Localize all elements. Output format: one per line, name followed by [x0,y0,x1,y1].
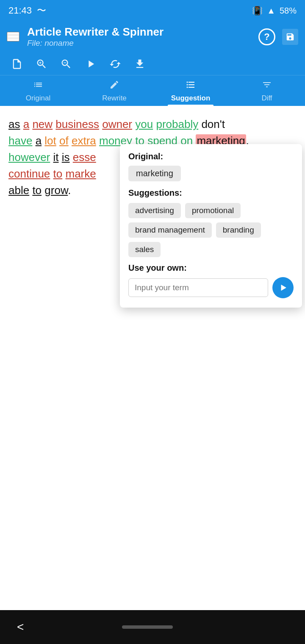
bottom-nav: < [0,610,305,644]
tab-rewrite-label: Rewrite [102,94,127,103]
help-button[interactable]: ? [258,28,275,45]
tab-suggestion-label: Suggestion [171,94,211,103]
use-own-input[interactable] [128,278,268,297]
content-area: as a new business owner you probably don… [0,106,305,530]
suggestion-popup: Original: marketing Suggestions: adverti… [120,144,302,308]
suggestion-brand-management[interactable]: brand management [128,222,212,238]
word-esse[interactable]: esse [73,151,96,164]
app-subtitle: File: noname [27,39,251,48]
word-have[interactable]: have [8,134,32,147]
word-lot[interactable]: lot [44,134,56,147]
word-new[interactable]: new [32,118,53,130]
list-icon [33,80,43,92]
word-owner[interactable]: owner [102,118,132,130]
word-able[interactable]: able [8,184,29,197]
app-title: Article Rewriter & Spinner [27,25,251,39]
word-business[interactable]: business [55,118,99,130]
diff-icon [262,80,272,92]
new-file-button[interactable] [7,56,27,72]
suggestion-advertising[interactable]: advertising [128,203,181,218]
app-header: Article Rewriter & Spinner File: noname … [0,21,305,54]
use-own-submit-button[interactable] [272,277,294,298]
popup-original-word: marketing [128,166,181,181]
word-a[interactable]: a [23,118,29,130]
word-as[interactable]: as [8,118,20,130]
word-is[interactable]: is [62,151,70,164]
repeat-button[interactable] [105,56,125,72]
suggestion-sales[interactable]: sales [128,242,161,257]
check-list-icon [186,80,196,92]
word-marke[interactable]: marke [65,167,96,180]
word-you[interactable]: you [135,118,153,130]
save-button[interactable] [282,29,298,45]
status-icons: 📳 ▲ 58% [252,6,297,16]
home-indicator[interactable] [122,625,173,629]
status-bar: 21:43 〜 📳 ▲ 58% [0,0,305,21]
word-to3[interactable]: to [32,184,42,197]
header-title-group: Article Rewriter & Spinner File: noname [27,25,251,48]
popup-suggestions-label: Suggestions: [128,188,294,198]
tab-original[interactable]: Original [0,75,76,106]
battery-icon: 58% [280,6,297,16]
suggestion-branding[interactable]: branding [216,222,261,238]
tab-diff[interactable]: Diff [229,75,305,106]
zoom-in-button[interactable] [31,56,52,72]
word-continue[interactable]: continue [8,167,50,180]
tab-suggestion[interactable]: Suggestion [152,75,229,106]
tab-diff-label: Diff [261,94,272,103]
suggestions-chips-row: advertising promotional brand management… [128,203,294,257]
zoom-out-button[interactable] [56,56,76,72]
wifi-icon: ▲ [267,6,275,16]
back-button[interactable]: < [17,620,24,634]
help-circle-icon: ? [258,28,275,45]
tab-bar: Original Rewrite Suggestion Diff [0,75,305,106]
word-probably[interactable]: probably [156,118,198,130]
save-icon [282,29,298,45]
popup-original-label: Original: [128,152,294,161]
use-own-row [128,277,294,298]
tab-rewrite[interactable]: Rewrite [76,75,152,106]
download-button[interactable] [130,56,150,72]
status-time-area: 21:43 〜 [8,4,46,17]
word-a2[interactable]: a [36,134,42,147]
word-period2: . [68,184,71,197]
suggestion-promotional[interactable]: promotional [185,203,241,218]
word-extra[interactable]: extra [72,134,96,147]
word-dont: don't [201,118,225,130]
word-however[interactable]: however [8,151,50,164]
play-button[interactable] [80,56,101,72]
pencil-icon [109,80,119,92]
header-actions: ? [258,28,298,45]
word-of[interactable]: of [59,134,69,147]
use-own-label: Use your own: [128,263,294,273]
word-grow[interactable]: grow [44,184,68,197]
toolbar [0,54,305,75]
word-to2[interactable]: to [53,167,63,180]
hamburger-menu-button[interactable] [7,32,19,42]
status-time: 21:43 [8,5,32,16]
tab-original-label: Original [26,94,51,103]
activity-icon: 〜 [37,4,46,17]
vibrate-icon: 📳 [252,6,263,16]
word-it[interactable]: it [53,151,59,164]
